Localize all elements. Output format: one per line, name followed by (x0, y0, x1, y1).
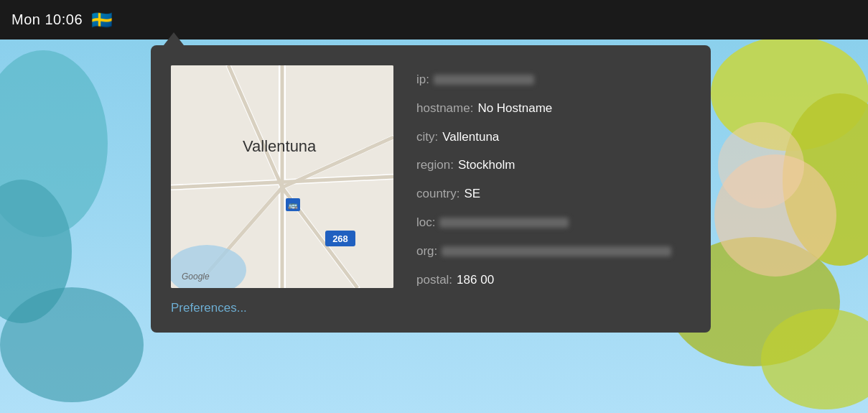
hostname-value: No Hostname (477, 100, 552, 117)
postal-value: 186 00 (457, 272, 494, 289)
hostname-label: hostname: (416, 100, 473, 117)
svg-text:268: 268 (332, 233, 348, 244)
ip-row: ip: (416, 71, 689, 88)
map-image: 268 🚌 Vallentuna Google (171, 65, 393, 288)
country-row: country: SE (416, 185, 689, 203)
map-section: 268 🚌 Vallentuna Google (171, 65, 393, 288)
org-value-redacted (442, 246, 671, 256)
loc-value-redacted (439, 218, 569, 228)
city-label: city: (416, 129, 438, 146)
taskbar-time: Mon 10:06 (11, 11, 83, 28)
country-value: SE (464, 185, 480, 203)
region-label: region: (416, 157, 454, 174)
svg-text:Google: Google (182, 272, 210, 282)
country-label: country: (416, 185, 459, 203)
popup-arrow (164, 32, 184, 45)
loc-label: loc: (416, 214, 435, 231)
taskbar-flag[interactable]: 🇸🇪 (91, 11, 113, 29)
popup-content: 268 🚌 Vallentuna Google ip: (171, 65, 689, 289)
org-label: org: (416, 243, 437, 260)
hostname-row: hostname: No Hostname (416, 100, 689, 117)
svg-text:🚌: 🚌 (288, 200, 298, 210)
svg-point-9 (718, 122, 804, 208)
popup-panel: 268 🚌 Vallentuna Google ip: (151, 45, 711, 333)
info-section: ip: hostname: No Hostname city: Vallentu… (416, 65, 689, 289)
loc-row: loc: (416, 214, 689, 231)
ip-value-redacted (434, 75, 534, 85)
preferences-link[interactable]: Preferences... (171, 301, 689, 315)
svg-point-3 (0, 287, 144, 402)
city-row: city: Vallentuna (416, 129, 689, 146)
ip-label: ip: (416, 71, 429, 88)
map-svg: 268 🚌 Vallentuna Google (171, 65, 393, 288)
org-row: org: (416, 243, 689, 260)
ip-info-popup: 268 🚌 Vallentuna Google ip: (151, 32, 711, 333)
region-row: region: Stockholm (416, 157, 689, 174)
postal-label: postal: (416, 272, 452, 289)
postal-row: postal: 186 00 (416, 272, 689, 289)
city-value: Vallentuna (442, 129, 499, 146)
region-value: Stockholm (458, 157, 515, 174)
map-city-label: Vallentuna (243, 137, 317, 155)
